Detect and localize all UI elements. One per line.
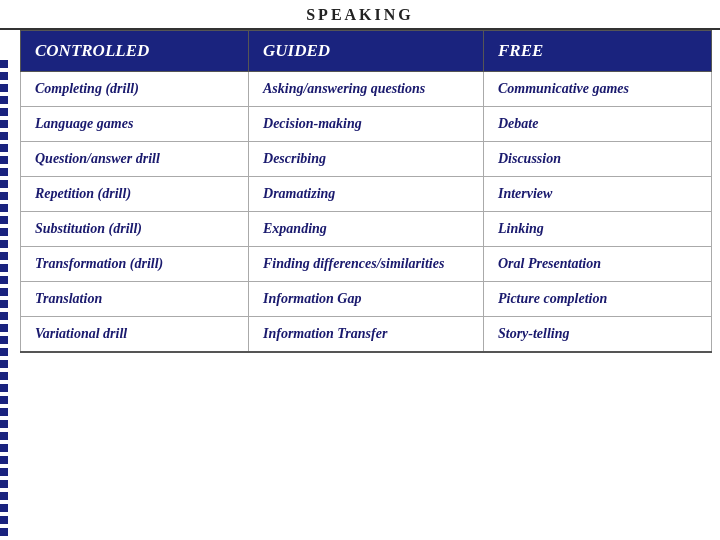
table-cell-1-0: Language games bbox=[21, 107, 249, 142]
table-cell-5-1: Finding differences/similarities bbox=[249, 247, 484, 282]
table-row: Transformation (drill)Finding difference… bbox=[21, 247, 712, 282]
page-title-bar: SPEAKING bbox=[0, 0, 720, 30]
table-cell-6-2: Picture completion bbox=[483, 282, 711, 317]
table-row: Repetition (drill)DramatizingInterview bbox=[21, 177, 712, 212]
table-row: Variational drillInformation TransferSto… bbox=[21, 317, 712, 353]
table-cell-3-0: Repetition (drill) bbox=[21, 177, 249, 212]
table-cell-3-2: Interview bbox=[483, 177, 711, 212]
table-cell-4-2: Linking bbox=[483, 212, 711, 247]
table-cell-4-1: Expanding bbox=[249, 212, 484, 247]
left-border-pattern bbox=[0, 60, 8, 540]
speaking-table: CONTROLLED GUIDED FREE Completing (drill… bbox=[20, 30, 712, 353]
header-row: CONTROLLED GUIDED FREE bbox=[21, 31, 712, 72]
table-row: TranslationInformation GapPicture comple… bbox=[21, 282, 712, 317]
table-row: Completing (drill)Asking/answering quest… bbox=[21, 72, 712, 107]
col-header-free: FREE bbox=[483, 31, 711, 72]
page-title: SPEAKING bbox=[306, 6, 414, 23]
table-cell-5-2: Oral Presentation bbox=[483, 247, 711, 282]
table-cell-6-1: Information Gap bbox=[249, 282, 484, 317]
table-cell-2-1: Describing bbox=[249, 142, 484, 177]
table-cell-6-0: Translation bbox=[21, 282, 249, 317]
table-cell-1-1: Decision-making bbox=[249, 107, 484, 142]
table-cell-5-0: Transformation (drill) bbox=[21, 247, 249, 282]
table-cell-7-1: Information Transfer bbox=[249, 317, 484, 353]
table-cell-0-2: Communicative games bbox=[483, 72, 711, 107]
table-outer: CONTROLLED GUIDED FREE Completing (drill… bbox=[0, 30, 720, 357]
table-row: Substitution (drill)ExpandingLinking bbox=[21, 212, 712, 247]
table-wrapper: CONTROLLED GUIDED FREE Completing (drill… bbox=[12, 30, 720, 357]
page-container: SPEAKING CONTROLLED GUIDED FREE Completi… bbox=[0, 0, 720, 540]
table-cell-2-2: Discussion bbox=[483, 142, 711, 177]
table-cell-4-0: Substitution (drill) bbox=[21, 212, 249, 247]
col-header-controlled: CONTROLLED bbox=[21, 31, 249, 72]
table-cell-3-1: Dramatizing bbox=[249, 177, 484, 212]
table-cell-7-2: Story-telling bbox=[483, 317, 711, 353]
table-cell-0-1: Asking/answering questions bbox=[249, 72, 484, 107]
table-cell-7-0: Variational drill bbox=[21, 317, 249, 353]
col-header-guided: GUIDED bbox=[249, 31, 484, 72]
table-cell-2-0: Question/answer drill bbox=[21, 142, 249, 177]
table-cell-1-2: Debate bbox=[483, 107, 711, 142]
table-row: Language gamesDecision-makingDebate bbox=[21, 107, 712, 142]
table-cell-0-0: Completing (drill) bbox=[21, 72, 249, 107]
table-row: Question/answer drillDescribingDiscussio… bbox=[21, 142, 712, 177]
table-header: CONTROLLED GUIDED FREE bbox=[21, 31, 712, 72]
table-body: Completing (drill)Asking/answering quest… bbox=[21, 72, 712, 353]
